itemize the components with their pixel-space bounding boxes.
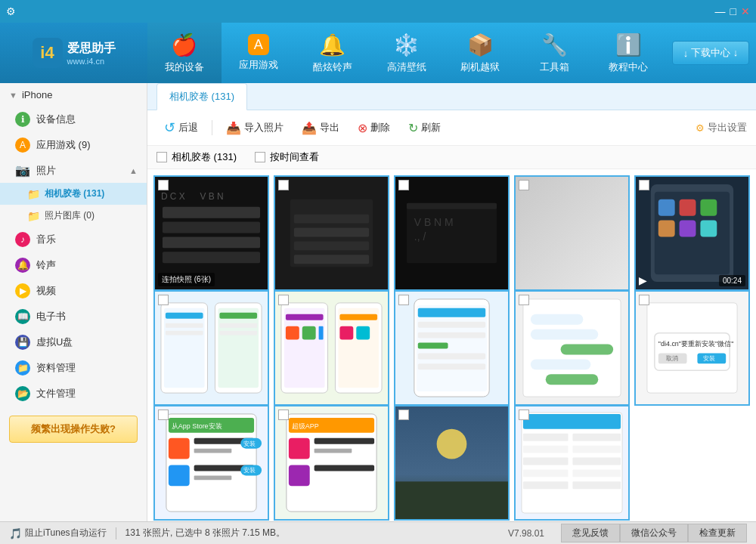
photo-item[interactable] bbox=[514, 405, 630, 521]
photo-item[interactable] bbox=[394, 405, 510, 521]
sidebar-ebooks[interactable]: 📖 电子书 bbox=[0, 304, 147, 329]
svg-rect-2 bbox=[163, 222, 260, 233]
nav-ringtones[interactable]: 🔔 酷炫铃声 bbox=[296, 23, 370, 83]
photo-checkbox[interactable] bbox=[158, 410, 169, 420]
camera-roll-checkbox[interactable] bbox=[156, 152, 167, 162]
photo-thumb bbox=[275, 177, 388, 289]
photo-checkbox[interactable] bbox=[519, 295, 529, 305]
sidebar-apps-label: 应用游戏 (9) bbox=[36, 138, 91, 152]
sidebar-photos[interactable]: 📷 照片 ▲ bbox=[0, 158, 147, 183]
back-btn[interactable]: ↺ 后退 bbox=[156, 116, 206, 139]
titlebar: ⚙ — □ ✕ bbox=[0, 0, 756, 23]
minimize-btn[interactable]: — bbox=[715, 5, 726, 17]
sep1 bbox=[212, 120, 212, 135]
photo-item[interactable] bbox=[394, 290, 510, 406]
sidebar-music-label: 音乐 bbox=[36, 233, 56, 246]
maximize-btn[interactable]: □ bbox=[730, 5, 736, 17]
photo-checkbox[interactable] bbox=[398, 410, 409, 420]
sidebar-data-mgr[interactable]: 📁 资料管理 bbox=[0, 355, 147, 381]
photo-item[interactable]: "di4.cn"要重新安装"微信" 取消 安装 bbox=[634, 290, 750, 406]
photo-item[interactable] bbox=[514, 290, 630, 406]
svg-rect-104 bbox=[523, 434, 569, 441]
photo-item[interactable] bbox=[274, 290, 389, 406]
toolbar: ↺ 后退 📥 导入照片 📤 导出 ⊗ 删除 ↻ 刷新 ⚙ 导出设置 bbox=[147, 110, 756, 146]
wechat-btn[interactable]: 微信公众号 bbox=[620, 524, 688, 542]
filter-camera-roll[interactable]: 相机胶卷 (131) bbox=[156, 150, 237, 164]
photo-thumb bbox=[395, 406, 508, 519]
help-button[interactable]: 频繁出现操作失败? bbox=[9, 416, 138, 443]
svg-rect-45 bbox=[339, 314, 377, 320]
sidebar-video[interactable]: ▶ 视频 bbox=[0, 278, 147, 304]
settings-icon[interactable]: ⚙ bbox=[6, 5, 16, 17]
sidebar-music[interactable]: ♪ 音乐 bbox=[0, 227, 147, 252]
photo-checkbox[interactable] bbox=[398, 295, 409, 305]
svg-rect-95 bbox=[314, 449, 352, 453]
nav-flash[interactable]: 📦 刷机越狱 bbox=[443, 23, 517, 83]
delete-btn[interactable]: ⊗ 删除 bbox=[350, 118, 398, 138]
export-settings-btn[interactable]: ⚙ 导出设置 bbox=[696, 121, 747, 134]
sidebar-ringtones[interactable]: 🔔 铃声 bbox=[0, 252, 147, 278]
photo-checkbox[interactable] bbox=[158, 295, 169, 305]
photo-item[interactable] bbox=[153, 290, 269, 406]
photo-item[interactable]: 超级APP bbox=[274, 405, 389, 521]
nav-right: ↓ 下载中心 ↓ bbox=[665, 23, 756, 83]
sidebar-file-mgr[interactable]: 📂 文件管理 bbox=[0, 381, 147, 406]
folder-icon: 📁 bbox=[27, 188, 40, 200]
photo-item[interactable]: ▶ 00:24 bbox=[634, 175, 750, 291]
sidebar-device-info[interactable]: ℹ 设备信息 bbox=[0, 107, 147, 132]
sidebar-apps[interactable]: A 应用游戏 (9) bbox=[0, 132, 147, 158]
svg-text:V B N M: V B N M bbox=[414, 216, 454, 228]
svg-text:从App Store安装: 从App Store安装 bbox=[172, 422, 222, 430]
nav-wallpaper-label: 高清壁纸 bbox=[387, 60, 426, 74]
import-btn[interactable]: 📥 导入照片 bbox=[218, 118, 291, 138]
svg-rect-84 bbox=[169, 465, 190, 486]
svg-rect-106 bbox=[523, 446, 569, 453]
sidebar-usb[interactable]: 💾 虚拟U盘 bbox=[0, 329, 147, 355]
photo-item[interactable] bbox=[514, 175, 630, 291]
nav-tools[interactable]: 🔧 工具箱 bbox=[517, 23, 591, 83]
photo-thumb: 超级APP bbox=[275, 406, 388, 519]
svg-rect-35 bbox=[166, 331, 203, 335]
nav-wallpaper[interactable]: ❄️ 高清壁纸 bbox=[370, 23, 444, 83]
photo-checkbox[interactable] bbox=[278, 410, 289, 420]
itunes-check[interactable]: 🎵 阻止iTunes自动运行 bbox=[9, 527, 107, 539]
nav-apps[interactable]: A 应用游戏 bbox=[222, 23, 296, 83]
photo-item[interactable]: D C X V B N 连拍快照 (6张) bbox=[153, 175, 269, 291]
photo-grid: D C X V B N 连拍快照 (6张) bbox=[147, 169, 756, 521]
feedback-btn[interactable]: 意见反馈 bbox=[561, 524, 620, 542]
filter-by-time[interactable]: 按时间查看 bbox=[255, 150, 319, 164]
photo-thumb: 从App Store安装 安装 安装 bbox=[155, 406, 268, 519]
sidebar-camera-roll[interactable]: 📁 相机胶卷 (131) bbox=[0, 183, 147, 205]
nav-items: 🍎 我的设备 A 应用游戏 🔔 酷炫铃声 ❄️ 高清壁纸 📦 刷机越狱 🔧 工具… bbox=[147, 23, 665, 83]
photo-checkbox[interactable] bbox=[519, 180, 529, 190]
photo-checkbox[interactable] bbox=[278, 295, 289, 305]
update-btn[interactable]: 检查更新 bbox=[688, 524, 747, 542]
export-settings-label: 导出设置 bbox=[708, 121, 747, 134]
nav-tutorial-label: 教程中心 bbox=[609, 60, 648, 74]
photo-checkbox[interactable] bbox=[398, 180, 409, 190]
photo-checkbox[interactable] bbox=[278, 180, 289, 190]
nav-my-device[interactable]: 🍎 我的设备 bbox=[147, 23, 222, 83]
svg-rect-107 bbox=[572, 446, 621, 453]
book-icon: 📖 bbox=[15, 309, 30, 324]
photo-item[interactable]: V B N M ., / bbox=[394, 175, 510, 291]
itunes-icon: 🎵 bbox=[9, 527, 22, 539]
export-btn[interactable]: 📤 导出 bbox=[294, 118, 347, 138]
svg-rect-69 bbox=[655, 333, 730, 371]
svg-text:取消: 取消 bbox=[666, 355, 678, 362]
nav-tutorial[interactable]: ℹ️ 教程中心 bbox=[591, 23, 665, 83]
camera-roll-tab[interactable]: 相机胶卷 (131) bbox=[156, 83, 247, 110]
photo-checkbox[interactable] bbox=[158, 180, 169, 190]
version-label: V7.98.01 bbox=[497, 526, 555, 541]
photo-checkbox[interactable] bbox=[639, 295, 649, 305]
download-btn[interactable]: ↓ 下载中心 ↓ bbox=[672, 41, 750, 65]
sidebar-photo-library[interactable]: 📁 照片图库 (0) bbox=[0, 205, 147, 227]
photo-checkbox[interactable] bbox=[519, 410, 529, 420]
photo-item[interactable] bbox=[274, 175, 389, 291]
close-btn[interactable]: ✕ bbox=[741, 5, 750, 17]
photo-thumb bbox=[516, 406, 628, 519]
refresh-btn[interactable]: ↻ 刷新 bbox=[401, 118, 448, 138]
photo-checkbox[interactable] bbox=[639, 180, 649, 190]
photo-item[interactable]: 从App Store安装 安装 安装 bbox=[153, 405, 269, 521]
by-time-checkbox[interactable] bbox=[255, 152, 265, 162]
